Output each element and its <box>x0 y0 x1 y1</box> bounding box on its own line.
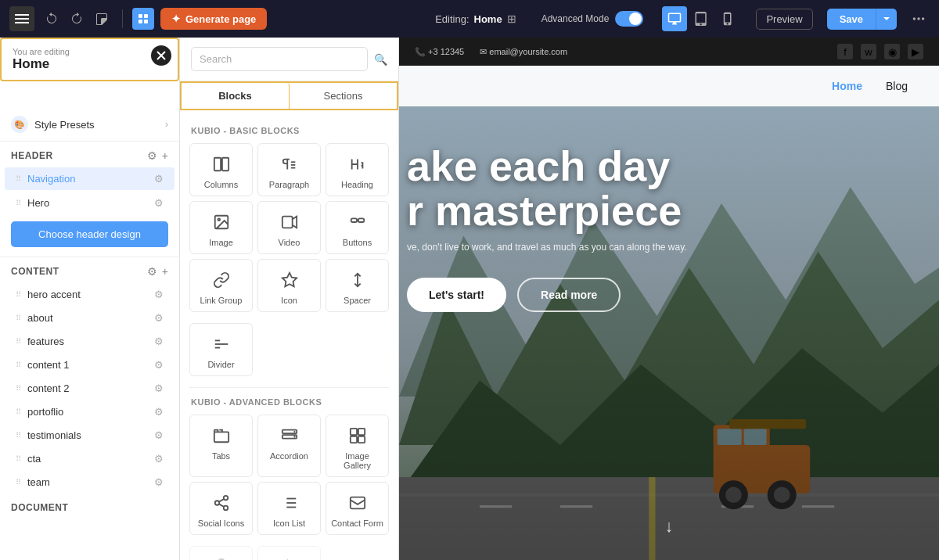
svg-rect-7 <box>214 158 220 171</box>
svg-point-31 <box>214 501 219 505</box>
redo-button[interactable] <box>66 8 88 30</box>
hero-secondary-button[interactable]: Read more <box>517 278 621 312</box>
sidebar-item-content2[interactable]: ⠿ content 2 ⚙ <box>5 377 174 400</box>
close-icon <box>156 51 166 60</box>
more-options-button[interactable] <box>908 8 930 30</box>
block-item-tabs[interactable]: Tabs <box>189 415 253 477</box>
contact-form-label: Contact Form <box>331 519 383 528</box>
sidebar-item-testimonials[interactable]: ⠿ testimonials ⚙ <box>5 424 174 447</box>
block-item-social-icons[interactable]: Social Icons <box>189 482 253 535</box>
content-add-button[interactable]: + <box>162 265 168 278</box>
block-item-link-group[interactable]: Link Group <box>189 259 253 312</box>
block-item-contact-form[interactable]: Contact Form <box>326 482 389 535</box>
team-gear-icon[interactable]: ⚙ <box>154 476 164 488</box>
block-item-divider[interactable]: Divider <box>189 323 253 376</box>
generate-page-label: Generate page <box>185 13 256 25</box>
block-item-icon[interactable]: Icon <box>257 259 321 312</box>
site-ig-icon[interactable]: ◉ <box>884 44 900 59</box>
editing-page-icon[interactable]: ⊞ <box>507 13 516 25</box>
features-gear-icon[interactable]: ⚙ <box>154 336 164 347</box>
advanced-mode-toggle[interactable] <box>615 11 643 27</box>
block-item-columns[interactable]: Columns <box>189 143 253 196</box>
sidebar-item-hero-accent[interactable]: ⠿ hero accent ⚙ <box>5 283 174 306</box>
sidebar-item-cta[interactable]: ⠿ cta ⚙ <box>5 447 174 470</box>
svg-marker-17 <box>282 273 296 286</box>
block-item-accordion[interactable]: Accordion <box>257 415 321 477</box>
history-button[interactable] <box>91 8 113 30</box>
svg-rect-41 <box>350 497 364 509</box>
cta-gear-icon[interactable]: ⚙ <box>154 453 164 465</box>
sidebar-item-about[interactable]: ⠿ about ⚙ <box>5 307 174 329</box>
block-item-video[interactable]: Video <box>257 201 321 254</box>
sidebar-item-content1[interactable]: ⠿ content 1 ⚙ <box>5 354 174 376</box>
tab-sections[interactable]: Sections <box>290 83 397 109</box>
header-add-button[interactable]: + <box>162 149 168 162</box>
content2-gear-icon[interactable]: ⚙ <box>154 382 164 394</box>
paragraph-icon <box>279 153 300 175</box>
hero-primary-button[interactable]: Let's start! <box>407 278 506 312</box>
scroll-arrow[interactable]: ↓ <box>665 516 674 537</box>
buttons-icon <box>347 211 369 233</box>
sidebar-item-features[interactable]: ⠿ features ⚙ <box>5 330 174 353</box>
blocks-search-input[interactable] <box>191 47 368 71</box>
hero-gear-icon[interactable]: ⚙ <box>154 197 164 209</box>
desktop-view-button[interactable] <box>662 6 687 31</box>
tab-blocks[interactable]: Blocks <box>182 83 290 109</box>
block-item-paragraph[interactable]: Paragraph <box>257 143 321 196</box>
advanced-blocks-row2: ··· ··· <box>189 546 389 560</box>
hamburger-icon <box>15 18 29 20</box>
site-yt-icon[interactable]: ▶ <box>908 44 923 59</box>
editing-tooltip-close-button[interactable] <box>151 45 171 66</box>
style-presets-row[interactable]: 🎨 Style Presets › <box>0 108 179 142</box>
svg-point-5 <box>917 17 919 20</box>
svg-point-30 <box>223 496 228 501</box>
block-item-buttons[interactable]: Buttons <box>326 201 389 254</box>
testimonials-gear-icon[interactable]: ⚙ <box>154 429 164 441</box>
hero-title-line1: ake each day <box>407 144 687 188</box>
partial1-icon <box>210 556 232 560</box>
content1-gear-icon[interactable]: ⚙ <box>154 359 164 371</box>
style-presets-chevron-icon: › <box>165 119 168 130</box>
sidebar-item-navigation[interactable]: ⠿ Navigation ⚙ <box>5 167 174 190</box>
preview-button[interactable]: Preview <box>756 9 812 30</box>
choose-header-design-button[interactable]: Choose header design <box>11 221 168 247</box>
svg-rect-15 <box>351 218 356 222</box>
canvas-wrapper: 📞 +3 12345 ✉ email@yoursite.com f w ◉ ▶ <box>399 38 939 560</box>
block-item-partial1[interactable]: ··· <box>189 546 253 560</box>
block-item-image-gallery[interactable]: Image Gallery <box>326 415 389 477</box>
sidebar-team-label: team <box>27 476 154 488</box>
about-gear-icon[interactable]: ⚙ <box>154 312 164 324</box>
block-item-image[interactable]: Image <box>189 201 253 254</box>
block-item-icon-list[interactable]: Icon List <box>257 482 321 535</box>
partial2-icon <box>279 556 300 560</box>
save-dropdown-button[interactable] <box>876 9 897 30</box>
save-button[interactable]: Save <box>827 9 876 30</box>
header-settings-button[interactable]: ⚙ <box>147 149 157 162</box>
hero-accent-gear-icon[interactable]: ⚙ <box>154 289 164 300</box>
site-wa-icon[interactable]: w <box>861 44 876 59</box>
block-item-heading[interactable]: Heading <box>326 143 389 196</box>
block-item-spacer[interactable]: Spacer <box>326 259 389 312</box>
menu-button[interactable] <box>9 6 34 31</box>
kubio-icon-button[interactable] <box>132 8 154 30</box>
blocks-content: Kubio - Basic Blocks Columns Paragraph <box>180 110 398 560</box>
spacer-icon <box>347 269 369 291</box>
navigation-gear-icon[interactable]: ⚙ <box>154 173 164 185</box>
mobile-view-button[interactable] <box>715 6 740 31</box>
buttons-label: Buttons <box>343 238 372 247</box>
nav-link-home[interactable]: Home <box>832 80 862 92</box>
sidebar-item-team[interactable]: ⠿ team ⚙ <box>5 471 174 494</box>
undo-button[interactable] <box>41 8 63 30</box>
block-item-partial2[interactable]: ··· <box>257 546 321 560</box>
drag-handle-hero: ⠿ <box>16 199 21 207</box>
basic-blocks-row2: Divider <box>189 323 389 376</box>
content-settings-button[interactable]: ⚙ <box>147 265 157 278</box>
sidebar-item-portfolio[interactable]: ⠿ portoflio ⚙ <box>5 400 174 423</box>
sidebar-item-hero[interactable]: ⠿ Hero ⚙ <box>5 192 174 214</box>
sidebar-inner: 🎨 Style Presets › Header ⚙ + ⠿ Navigatio… <box>0 108 179 560</box>
nav-link-blog[interactable]: Blog <box>886 80 908 92</box>
site-fb-icon[interactable]: f <box>837 44 853 59</box>
portfolio-gear-icon[interactable]: ⚙ <box>154 406 164 418</box>
tablet-view-button[interactable] <box>689 6 714 31</box>
generate-page-button[interactable]: ✦ Generate page <box>160 8 267 30</box>
